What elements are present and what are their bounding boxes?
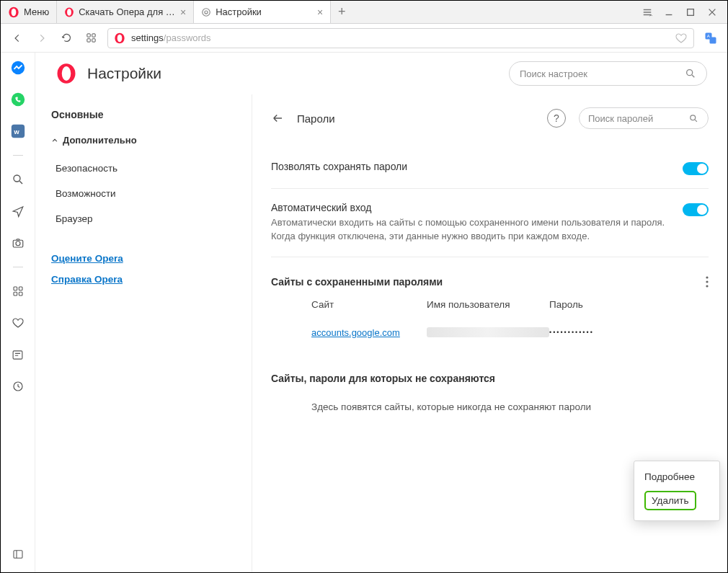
menu-delete[interactable]: Удалить: [644, 491, 696, 510]
search-placeholder: Поиск настроек: [520, 68, 685, 79]
svg-rect-10: [92, 39, 94, 42]
svg-point-12: [117, 34, 123, 42]
svg-rect-27: [13, 350, 22, 358]
opera-logo-icon: [56, 63, 77, 84]
heart-icon[interactable]: [675, 32, 688, 45]
news-icon[interactable]: [10, 347, 26, 363]
rate-opera-link[interactable]: Оцените Opera: [51, 253, 236, 264]
svg-point-35: [706, 280, 708, 283]
autologin-label: Автоматический вход: [271, 202, 668, 213]
password-row[interactable]: accounts.google.com ••••••••••••: [271, 317, 709, 348]
search-icon[interactable]: [10, 172, 26, 187]
autologin-toggle[interactable]: [683, 203, 709, 216]
password-search-input[interactable]: Поиск паролей: [579, 107, 709, 129]
column-password: Пароль: [549, 299, 709, 310]
history-icon[interactable]: [10, 378, 26, 394]
sidebar-item-advanced[interactable]: Дополнительно: [51, 135, 236, 146]
menu-details[interactable]: Подробнее: [643, 467, 711, 487]
menu-label: Меню: [24, 6, 49, 17]
close-tab-icon[interactable]: ×: [180, 6, 186, 18]
svg-rect-6: [688, 9, 694, 15]
nav-back-button[interactable]: [9, 30, 25, 46]
tab-settings[interactable]: Настройки ×: [194, 1, 331, 23]
heart-icon[interactable]: [10, 315, 26, 331]
opera-logo-icon: [8, 6, 19, 18]
maximize-icon[interactable]: [685, 7, 696, 17]
vk-icon[interactable]: w: [10, 123, 26, 139]
svg-rect-14: [710, 37, 716, 43]
svg-point-33: [691, 115, 696, 120]
help-icon[interactable]: ?: [547, 109, 566, 128]
gear-icon: [201, 7, 211, 17]
svg-point-36: [706, 285, 708, 287]
menu-button[interactable]: Меню: [1, 1, 57, 23]
menu-bars-icon[interactable]: [642, 7, 652, 17]
sidebar-item-features[interactable]: Возможности: [56, 181, 236, 206]
close-icon[interactable]: [707, 7, 717, 17]
never-saved-empty: Здесь появятся сайты, которые никогда не…: [271, 384, 709, 412]
section-title: Пароли: [297, 112, 335, 125]
more-menu-icon[interactable]: [706, 276, 709, 288]
password-mask: ••••••••••••: [549, 329, 709, 336]
new-tab-button[interactable]: +: [331, 1, 352, 23]
sidebar-item-browser[interactable]: Браузер: [56, 206, 236, 231]
messenger-icon[interactable]: [10, 60, 26, 76]
settings-search-input[interactable]: Поиск настроек: [509, 61, 707, 86]
save-passwords-toggle[interactable]: [683, 162, 709, 175]
never-saved-heading: Сайты, пароли для которых не сохраняются: [271, 373, 495, 384]
site-link[interactable]: accounts.google.com: [311, 327, 427, 338]
svg-point-31: [62, 66, 71, 81]
svg-point-4: [203, 8, 210, 16]
back-button[interactable]: [271, 112, 284, 125]
close-tab-icon[interactable]: ×: [317, 6, 323, 18]
sidebar-separator: [13, 155, 23, 156]
saved-passwords-heading: Сайты с сохраненными паролями: [271, 276, 443, 288]
search-icon: [685, 68, 696, 79]
speed-dial-button[interactable]: [83, 30, 99, 46]
page-title: Настройки: [87, 65, 161, 82]
camera-icon[interactable]: [10, 235, 26, 251]
reload-button[interactable]: [58, 30, 74, 46]
row-context-menu: Подробнее Удалить: [634, 461, 720, 521]
column-site: Сайт: [311, 299, 427, 310]
search-placeholder: Поиск паролей: [588, 113, 688, 124]
address-bar[interactable]: settings/passwords: [107, 28, 694, 48]
grid-icon[interactable]: [10, 283, 26, 299]
sidebar-collapse-icon[interactable]: [10, 546, 26, 562]
svg-rect-9: [86, 39, 89, 42]
svg-point-34: [706, 276, 708, 278]
nav-forward-button[interactable]: [34, 30, 50, 46]
svg-rect-26: [19, 292, 22, 296]
send-icon[interactable]: [10, 203, 26, 219]
svg-point-17: [11, 93, 24, 106]
tab-label: Скачать Опера для компь...: [79, 6, 176, 17]
opera-logo-icon: [114, 32, 125, 44]
svg-rect-8: [92, 34, 94, 37]
sidebar-item-basic[interactable]: Основные: [51, 109, 236, 120]
translate-icon[interactable]: A: [703, 30, 719, 46]
tab-label: Настройки: [216, 6, 313, 17]
sidebar-separator: [13, 267, 23, 267]
tab-opera-download[interactable]: Скачать Опера для компь... ×: [57, 1, 194, 23]
svg-text:w: w: [13, 128, 19, 136]
svg-point-20: [14, 175, 20, 182]
username-hidden: [427, 327, 549, 337]
search-icon: [688, 113, 699, 124]
sidebar-item-security[interactable]: Безопасность: [56, 156, 236, 181]
svg-text:A: A: [707, 34, 710, 38]
svg-rect-23: [14, 287, 17, 290]
svg-point-22: [16, 241, 20, 246]
svg-rect-25: [14, 292, 17, 296]
minimize-icon[interactable]: [664, 7, 674, 17]
opera-logo-icon: [64, 7, 74, 17]
help-opera-link[interactable]: Справка Opera: [51, 274, 236, 285]
save-passwords-label: Позволять сохранять пароли: [271, 161, 668, 172]
svg-point-5: [205, 10, 208, 13]
whatsapp-icon[interactable]: [10, 92, 26, 107]
svg-rect-24: [19, 287, 22, 290]
svg-rect-7: [86, 34, 89, 37]
address-text: settings/passwords: [131, 32, 211, 43]
autologin-description: Автоматически входить на сайты с помощью…: [271, 216, 668, 244]
column-user: Имя пользователя: [427, 299, 549, 310]
svg-point-32: [687, 70, 693, 76]
